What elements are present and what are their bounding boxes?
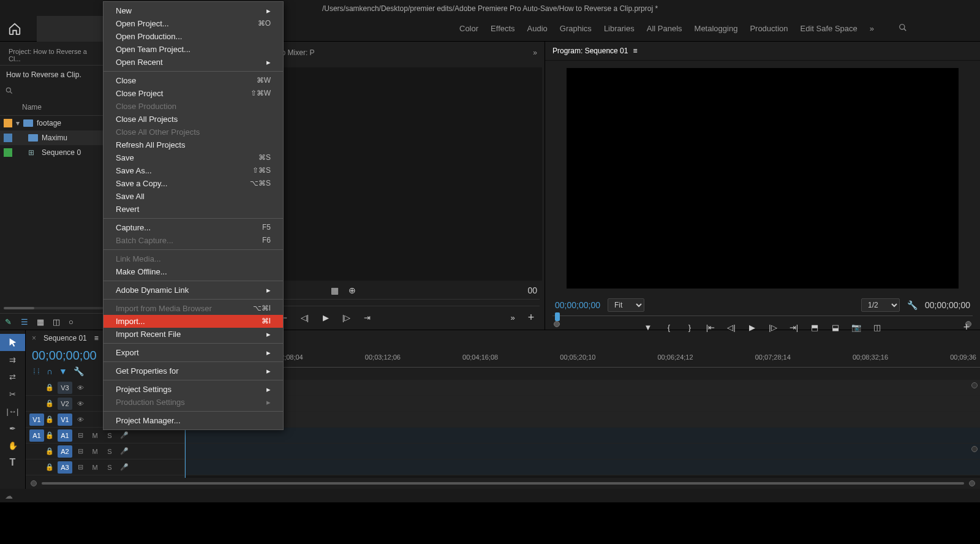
menu-item[interactable]: Adobe Dynamic Link <box>104 284 283 297</box>
overflow-icon[interactable]: » <box>508 312 518 322</box>
menu-item[interactable]: Import Recent File <box>104 328 283 341</box>
program-monitor-viewport[interactable] <box>545 61 980 296</box>
search-icon[interactable] <box>899 23 907 34</box>
menu-item[interactable]: Close Project⇧⌘W <box>104 87 283 100</box>
zoom-handle-left[interactable] <box>31 480 37 486</box>
sequence-tab[interactable]: Sequence 01 <box>43 334 87 342</box>
track-target[interactable]: A2 <box>58 445 72 458</box>
workspace-all-panels[interactable]: All Panels <box>647 24 682 33</box>
mute-button[interactable]: M <box>88 432 102 439</box>
menu-item[interactable]: Refresh All Projects <box>104 138 283 151</box>
freeform-view-icon[interactable]: ◫ <box>53 317 62 326</box>
search-icon[interactable] <box>5 86 13 97</box>
lock-icon[interactable]: 🔒 <box>45 415 56 423</box>
add-marker-icon[interactable]: ▼ <box>643 322 653 332</box>
mark-out-icon[interactable]: ⇥ <box>363 312 372 322</box>
step-forward-icon[interactable]: |▷ <box>768 322 778 332</box>
bin-row[interactable]: ▾ footage <box>0 116 106 130</box>
drag-video-icon[interactable]: ⊕ <box>349 285 356 295</box>
disclosure-icon[interactable]: ▾ <box>16 119 20 127</box>
audio-track-header[interactable]: 🔒 A2 ⊟ M S 🎤 <box>26 444 184 459</box>
project-scrollbar[interactable] <box>4 307 102 309</box>
linked-selection-icon[interactable]: ∩ <box>47 366 53 376</box>
settings-wrench-icon[interactable]: 🔧 <box>907 300 918 310</box>
step-back-icon[interactable]: ◁| <box>726 322 736 332</box>
lock-icon[interactable]: 🔒 <box>45 447 56 455</box>
menu-item[interactable]: Save All <box>104 190 283 203</box>
close-window-button[interactable] <box>6 5 13 12</box>
keyframes-icon[interactable]: ⊟ <box>74 431 87 439</box>
zoom-level-select[interactable]: Fit <box>608 298 644 312</box>
menu-item[interactable]: Save a Copy...⌥⌘S <box>104 177 283 190</box>
voice-over-icon[interactable]: 🎤 <box>118 447 131 455</box>
menu-item[interactable]: Project Manager... <box>104 414 283 427</box>
slip-tool-icon[interactable]: |↔| <box>0 402 25 420</box>
menu-item[interactable]: Get Properties for <box>104 365 283 377</box>
play-icon[interactable]: ▶ <box>747 322 757 332</box>
voice-over-icon[interactable]: 🎤 <box>118 431 131 439</box>
track-target[interactable]: V2 <box>58 398 72 410</box>
timeline-settings-icon[interactable]: 🔧 <box>74 366 84 376</box>
extract-icon[interactable]: ⬓ <box>831 322 840 332</box>
pen-icon[interactable]: ✎ <box>5 317 15 326</box>
track-target[interactable]: V3 <box>58 382 72 394</box>
step-back-icon[interactable]: ◁| <box>300 312 310 322</box>
menu-item[interactable]: Open Recent <box>104 56 283 69</box>
list-view-icon[interactable]: ☰ <box>21 317 31 326</box>
selection-tool-icon[interactable] <box>0 334 25 351</box>
timeline-ruler[interactable]: 04;02 00;02;08;04 00;03;12;06 00;04;16;0… <box>185 351 980 376</box>
menu-item[interactable]: Open Production... <box>104 30 283 43</box>
workspace-overflow-icon[interactable]: » <box>870 24 874 33</box>
solo-button[interactable]: S <box>103 448 116 455</box>
menu-item[interactable]: Export <box>104 346 283 359</box>
cc-cloud-icon[interactable]: ☁ <box>5 491 13 501</box>
program-timecode-left[interactable]: 00;00;00;00 <box>555 300 600 310</box>
workspace-metalogging[interactable]: Metalogging <box>695 24 738 33</box>
close-sequence-icon[interactable]: × <box>32 334 36 342</box>
project-panel-tab[interactable]: Project: How to Reverse a Cl... <box>5 45 101 65</box>
go-to-in-icon[interactable]: |⇤ <box>706 322 715 332</box>
ripple-edit-tool-icon[interactable]: ⇄ <box>0 368 25 385</box>
toggle-output-icon[interactable]: 👁 <box>74 384 87 391</box>
go-to-out-icon[interactable]: ⇥| <box>789 322 799 332</box>
play-icon[interactable]: ▶ <box>321 312 331 322</box>
mute-button[interactable]: M <box>88 448 102 455</box>
toggle-output-icon[interactable]: 👁 <box>74 416 87 423</box>
workspace-effects[interactable]: Effects <box>491 24 515 33</box>
keyframes-icon[interactable]: ⊟ <box>74 463 87 471</box>
source-patch[interactable]: V1 <box>29 414 44 426</box>
audio-track-header[interactable]: 🔒 A3 ⊟ M S 🎤 <box>26 459 184 475</box>
type-tool-icon[interactable]: T <box>0 454 25 471</box>
track-target[interactable]: V1 <box>58 414 72 426</box>
home-icon[interactable] <box>7 21 22 36</box>
menu-item[interactable]: Revert <box>104 203 283 216</box>
panel-menu-icon[interactable]: ≡ <box>94 334 99 342</box>
workspace-audio[interactable]: Audio <box>527 24 548 33</box>
lift-icon[interactable]: ⬒ <box>810 322 820 332</box>
zoom-handle-right[interactable] <box>969 480 975 486</box>
program-scrubber[interactable] <box>552 315 973 316</box>
button-editor-icon[interactable]: + <box>962 322 971 332</box>
menu-item[interactable]: Close⌘W <box>104 74 283 87</box>
workspace-libraries[interactable]: Libraries <box>604 24 635 33</box>
vertical-zoom[interactable] <box>971 382 978 478</box>
solo-button[interactable]: S <box>103 432 116 439</box>
mark-out-icon[interactable]: } <box>685 322 695 332</box>
zoom-slider-icon[interactable]: ○ <box>69 317 78 326</box>
mute-button[interactable]: M <box>88 464 102 471</box>
lock-icon[interactable]: 🔒 <box>45 463 56 471</box>
solo-button[interactable]: S <box>103 464 116 471</box>
maximize-window-button[interactable] <box>31 5 38 12</box>
menu-item[interactable]: Save⌘S <box>104 151 283 164</box>
program-tab-label[interactable]: Program: Sequence 01 <box>552 47 628 55</box>
menu-item[interactable]: Make Offline... <box>104 265 283 278</box>
lock-icon[interactable]: 🔒 <box>45 431 56 439</box>
icon-view-icon[interactable]: ▦ <box>37 317 47 326</box>
workspace-edit-safe-space[interactable]: Edit Safe Space <box>801 24 858 33</box>
track-select-tool-icon[interactable]: ⇉ <box>0 351 25 368</box>
menu-item[interactable]: Project Settings <box>104 383 283 396</box>
panel-menu-icon[interactable]: ≡ <box>633 47 637 55</box>
menu-item[interactable]: Capture...F5 <box>104 221 283 234</box>
track-target[interactable]: A1 <box>58 429 72 442</box>
menu-item[interactable]: Close All Projects <box>104 113 283 126</box>
